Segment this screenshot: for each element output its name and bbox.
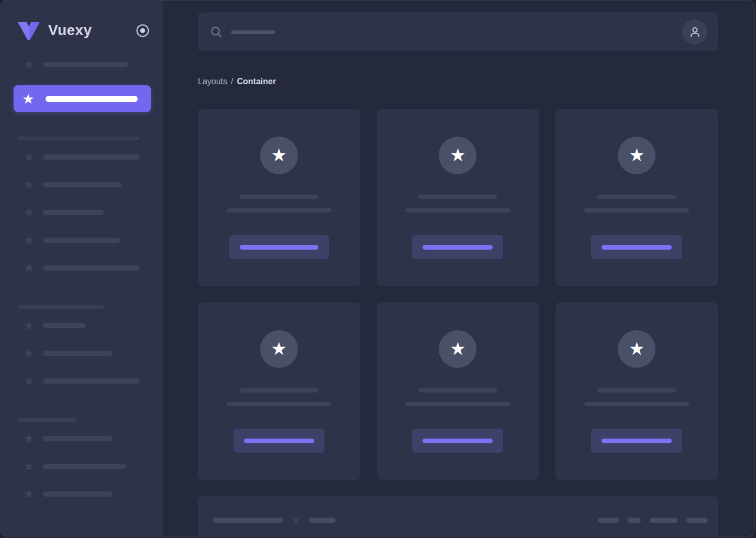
star-icon: ★	[22, 261, 36, 275]
breadcrumb-current: Container	[237, 77, 276, 86]
menu-label-skeleton	[43, 238, 120, 243]
sidebar-item-skeleton[interactable]: ★	[14, 374, 151, 388]
card-button-label-skeleton	[602, 439, 672, 443]
card-button-label-skeleton	[240, 245, 318, 250]
brand-title: Vuexy	[48, 22, 92, 39]
card-button-skeleton[interactable]	[412, 429, 503, 453]
star-icon: ★	[22, 319, 36, 332]
footer-link-skeleton	[650, 518, 677, 523]
footer-link-skeleton	[686, 518, 708, 523]
menu-label-skeleton	[43, 323, 86, 328]
menu-label-skeleton	[43, 351, 113, 356]
breadcrumb-separator: /	[231, 77, 233, 86]
card-badge-circle: ★	[439, 137, 476, 174]
star-icon: ★	[629, 340, 644, 357]
menu-label-skeleton	[43, 182, 121, 187]
footer-links	[598, 518, 708, 523]
menu-label-skeleton	[43, 210, 104, 215]
menu-label-skeleton	[46, 96, 138, 102]
sidebar-item-skeleton[interactable]: ★	[14, 150, 151, 164]
search-icon	[210, 26, 223, 38]
star-icon: ★	[450, 146, 465, 164]
search-bar[interactable]	[198, 13, 718, 51]
card-button-skeleton[interactable]	[412, 235, 503, 259]
star-icon: ★	[22, 432, 36, 445]
star-icon: ★	[22, 206, 36, 219]
card-text-skeleton	[227, 402, 331, 406]
skeleton-card: ★	[377, 302, 539, 480]
star-icon: ★	[22, 459, 36, 473]
card-badge-circle: ★	[618, 137, 655, 174]
card-button-skeleton[interactable]	[234, 429, 325, 453]
screen: Vuexy ★★★★★★★★★★★★★	[0, 0, 756, 538]
star-icon: ★	[22, 150, 36, 164]
star-icon: ★	[22, 374, 36, 388]
star-icon: ★	[21, 92, 35, 106]
card-text-skeleton	[584, 208, 689, 212]
footer-text-skeleton	[213, 518, 283, 523]
card-button-label-skeleton	[423, 439, 493, 443]
card-badge-circle: ★	[439, 330, 476, 368]
menu-label-skeleton	[43, 62, 128, 67]
star-icon: ★	[271, 340, 287, 357]
skeleton-card: ★	[198, 302, 360, 480]
main-content: Layouts/Container ★★★★★★ ♥	[163, 1, 754, 536]
sidebar-item-skeleton[interactable]: ★	[14, 432, 151, 445]
card-text-skeleton	[240, 388, 318, 393]
sidebar-header: Vuexy	[1, 1, 163, 42]
star-icon: ★	[22, 233, 36, 247]
sidebar-item-active[interactable]: ★	[14, 85, 151, 112]
skeleton-card: ★	[198, 109, 360, 286]
nav-section-header-skeleton	[18, 418, 77, 422]
sidebar-item-skeleton[interactable]: ★	[14, 346, 151, 360]
sidebar-item-skeleton[interactable]: ★	[14, 487, 151, 501]
search-placeholder-skeleton	[231, 30, 275, 34]
vuexy-v-logo-icon	[17, 21, 41, 40]
sidebar-item-skeleton[interactable]: ★	[14, 233, 151, 247]
card-button-skeleton[interactable]	[591, 429, 682, 453]
card-text-skeleton	[597, 388, 676, 393]
menu-label-skeleton	[43, 265, 139, 271]
sidebar-item-skeleton[interactable]: ★	[14, 319, 151, 332]
card-text-skeleton	[227, 208, 331, 212]
record-circle-icon[interactable]	[136, 24, 150, 38]
menu-label-skeleton	[43, 436, 113, 441]
footer-text-skeleton	[309, 518, 336, 523]
star-icon: ★	[22, 58, 36, 71]
card-badge-circle: ★	[260, 330, 298, 368]
sidebar-nav: ★★★★★★★★★★★★★	[1, 58, 163, 501]
sidebar-item-skeleton[interactable]: ★	[14, 206, 151, 219]
skeleton-card: ★	[377, 109, 539, 286]
card-button-label-skeleton	[602, 245, 672, 250]
card-grid: ★★★★★★	[198, 109, 718, 480]
sidebar-item-skeleton[interactable]: ★	[14, 261, 151, 275]
menu-label-skeleton	[43, 154, 139, 160]
footer-card: ♥	[198, 496, 718, 536]
user-avatar[interactable]	[682, 19, 707, 44]
sidebar-item-skeleton[interactable]: ★	[14, 178, 151, 192]
card-button-skeleton[interactable]	[591, 235, 682, 259]
star-icon: ★	[629, 146, 644, 164]
star-icon: ★	[450, 340, 465, 357]
card-badge-circle: ★	[618, 330, 655, 368]
card-button-skeleton[interactable]	[229, 235, 329, 259]
app-window: Vuexy ★★★★★★★★★★★★★	[1, 1, 754, 536]
card-text-skeleton	[240, 195, 318, 199]
card-text-skeleton	[597, 195, 676, 199]
skeleton-card: ★	[555, 109, 718, 286]
card-text-skeleton	[405, 208, 510, 212]
menu-label-skeleton	[43, 491, 113, 497]
menu-label-skeleton	[43, 378, 139, 384]
card-text-skeleton	[584, 402, 689, 406]
card-text-skeleton	[418, 388, 497, 393]
user-icon	[688, 25, 702, 39]
card-badge-circle: ★	[260, 137, 298, 174]
card-button-label-skeleton	[244, 439, 314, 443]
sidebar-item-skeleton[interactable]: ★	[14, 459, 151, 473]
footer-link-skeleton	[598, 518, 619, 523]
card-button-label-skeleton	[423, 245, 493, 250]
sidebar-item-skeleton[interactable]: ★	[14, 58, 151, 71]
breadcrumb-parent[interactable]: Layouts	[198, 77, 227, 86]
menu-label-skeleton	[43, 464, 126, 469]
card-text-skeleton	[418, 195, 497, 199]
